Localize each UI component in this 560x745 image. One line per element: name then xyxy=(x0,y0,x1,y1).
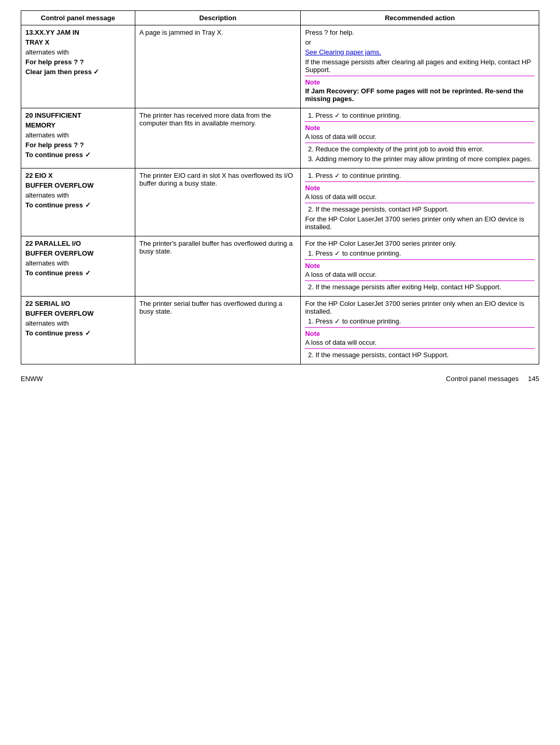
table-row: 22 PARALLEL I/O BUFFER OVERFLOW alternat… xyxy=(21,236,539,297)
note-text-1a: If Jam Recovery: OFF some pages will not… xyxy=(305,87,535,103)
action-cell-parallel: For the HP Color LaserJet 3700 series pr… xyxy=(301,236,539,297)
control-cell-eio: 22 EIO X BUFFER OVERFLOW alternates with… xyxy=(21,168,135,236)
action-item2-eio: If the message persists, contact HP Supp… xyxy=(315,205,535,213)
note-label-4: Note xyxy=(305,262,535,270)
control-line1-eio: 22 EIO X xyxy=(25,172,131,179)
note-label-2: Note xyxy=(305,124,535,132)
desc-text-memory: The printer has received more data from … xyxy=(139,111,297,127)
control-line2-ser: BUFFER OVERFLOW xyxy=(25,310,131,317)
control-cell-serial: 22 SERIAL I/O BUFFER OVERFLOW alternates… xyxy=(21,297,135,364)
control-line4-par: To continue press ✓ xyxy=(25,269,131,277)
desc-text-serial: The printer serial buffer has overflowed… xyxy=(139,300,297,315)
action-item2-par: If the message persists after exiting He… xyxy=(315,283,535,291)
control-line3: alternates with xyxy=(25,48,131,56)
control-line4-eio: To continue press ✓ xyxy=(25,201,131,209)
control-line3-ser: alternates with xyxy=(25,319,131,327)
desc-text-parallel: The printer's parallel buffer has overfl… xyxy=(139,240,297,255)
action-item2-ser: If the message persists, contact HP Supp… xyxy=(315,351,535,359)
note-text-3: A loss of data will occur. xyxy=(305,193,535,201)
footer-label: Control panel messages xyxy=(446,375,519,383)
control-line3-eio: alternates with xyxy=(25,191,131,199)
note-text-4: A loss of data will occur. xyxy=(305,271,535,278)
control-line2-mem: MEMORY xyxy=(25,121,131,129)
table-row: 22 EIO X BUFFER OVERFLOW alternates with… xyxy=(21,168,539,236)
action-item2-mem: Reduce the complexity of the print job t… xyxy=(315,145,535,153)
control-line2-eio: BUFFER OVERFLOW xyxy=(25,181,131,189)
control-line2-par: BUFFER OVERFLOW xyxy=(25,249,131,257)
action-cell-jam: Press ? for help. or See Clearing paper … xyxy=(301,25,539,108)
control-line1: 13.XX.YY JAM IN xyxy=(25,29,131,36)
control-cell-jam: 13.XX.YY JAM IN TRAY X alternates with F… xyxy=(21,25,135,108)
action-extra-eio: For the HP Color LaserJet 3700 series pr… xyxy=(305,215,535,231)
control-line2: TRAY X xyxy=(25,38,131,46)
action-item1-ser: Press ✓ to continue printing. xyxy=(315,317,535,325)
control-cell-memory: 20 INSUFFICIENT MEMORY alternates with F… xyxy=(21,108,135,168)
note-label-3: Note xyxy=(305,184,535,192)
control-cell-parallel: 22 PARALLEL I/O BUFFER OVERFLOW alternat… xyxy=(21,236,135,297)
desc-cell-parallel: The printer's parallel buffer has overfl… xyxy=(135,236,301,297)
action-item1-eio: Press ✓ to continue printing. xyxy=(315,172,535,179)
note-label-1a: Note xyxy=(305,78,535,86)
table-row: 22 SERIAL I/O BUFFER OVERFLOW alternates… xyxy=(21,297,539,364)
action-link[interactable]: See Clearing paper jams. xyxy=(305,48,535,56)
action-or: or xyxy=(305,38,535,46)
action-intro-ser: For the HP Color LaserJet 3700 series pr… xyxy=(305,300,535,315)
header-description: Description xyxy=(135,11,301,25)
action-item1-mem: Press ✓ to continue printing. xyxy=(315,111,535,119)
control-line4-mem: For help press ? ? xyxy=(25,141,131,149)
action-cell-eio: Press ✓ to continue printing. Note A los… xyxy=(301,168,539,236)
header-action: Recommended action xyxy=(301,11,539,25)
page-footer: ENWW Control panel messages 145 xyxy=(21,375,539,383)
control-line1-mem: 20 INSUFFICIENT xyxy=(25,111,131,119)
action-intro-par: For the HP Color LaserJet 3700 series pr… xyxy=(305,240,535,247)
footer-right: Control panel messages 145 xyxy=(446,375,539,383)
table-row: 13.XX.YY JAM IN TRAY X alternates with F… xyxy=(21,25,539,108)
control-line1-par: 22 PARALLEL I/O xyxy=(25,240,131,247)
desc-cell-eio: The printer EIO card in slot X has overf… xyxy=(135,168,301,236)
header-control: Control panel message xyxy=(21,11,135,25)
action-item3-mem: Adding memory to the printer may allow p… xyxy=(315,155,535,163)
control-line3-par: alternates with xyxy=(25,259,131,267)
action-cell-memory: Press ✓ to continue printing. Note A los… xyxy=(301,108,539,168)
note-text-2: A loss of data will occur. xyxy=(305,133,535,140)
control-line5: Clear jam then press ✓ xyxy=(25,68,131,76)
desc-cell-serial: The printer serial buffer has overflowed… xyxy=(135,297,301,364)
action-persist: If the message persists after clearing a… xyxy=(305,58,535,74)
desc-text-jam: A page is jammed in Tray X. xyxy=(139,29,297,36)
table-row: 20 INSUFFICIENT MEMORY alternates with F… xyxy=(21,108,539,168)
desc-cell-memory: The printer has received more data from … xyxy=(135,108,301,168)
action-cell-serial: For the HP Color LaserJet 3700 series pr… xyxy=(301,297,539,364)
action-press-help: Press ? for help. xyxy=(305,29,535,36)
control-line3-mem: alternates with xyxy=(25,131,131,139)
footer-left: ENWW xyxy=(21,375,43,383)
control-line1-ser: 22 SERIAL I/O xyxy=(25,300,131,307)
note-label-5: Note xyxy=(305,330,535,338)
note-text-5: A loss of data will occur. xyxy=(305,339,535,346)
action-item1-par: Press ✓ to continue printing. xyxy=(315,249,535,257)
desc-text-eio: The printer EIO card in slot X has overf… xyxy=(139,172,297,187)
control-line4: For help press ? ? xyxy=(25,58,131,66)
desc-cell-jam: A page is jammed in Tray X. xyxy=(135,25,301,108)
page-number: 145 xyxy=(528,375,539,383)
control-line5-mem: To continue press ✓ xyxy=(25,151,131,159)
control-line4-ser: To continue press ✓ xyxy=(25,329,131,337)
